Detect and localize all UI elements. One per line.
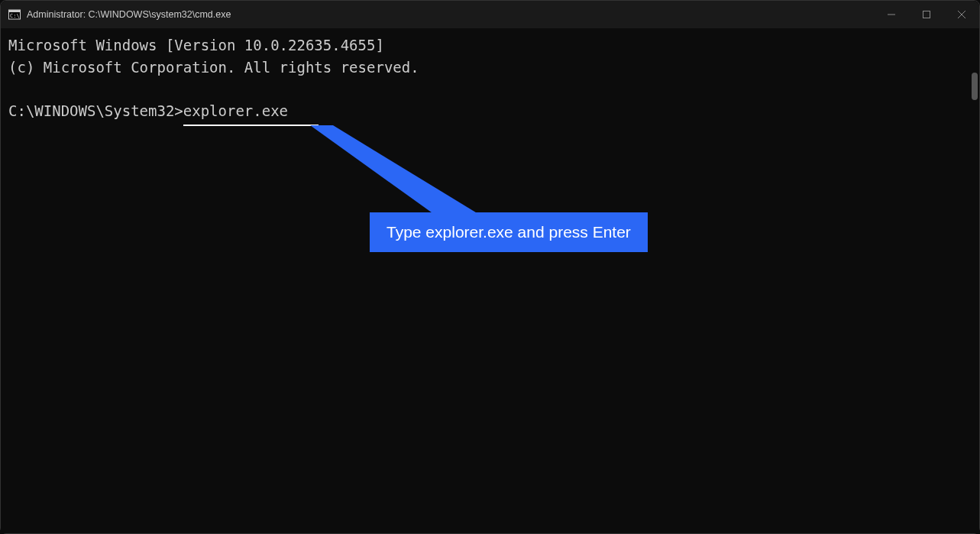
svg-text:C:\: C:\ (10, 13, 20, 19)
cmd-icon: C:\ (8, 8, 21, 21)
prompt-text: C:\WINDOWS\System32> (8, 102, 183, 119)
minimize-button[interactable] (874, 1, 909, 28)
window-title: Administrator: C:\WINDOWS\system32\cmd.e… (27, 9, 874, 20)
svg-rect-1 (9, 10, 21, 12)
close-button[interactable] (944, 1, 979, 28)
version-line: Microsoft Windows [Version 10.0.22635.46… (8, 37, 384, 53)
svg-rect-4 (923, 11, 930, 18)
titlebar[interactable]: C:\ Administrator: C:\WINDOWS\system32\c… (1, 1, 979, 28)
terminal-content: Microsoft Windows [Version 10.0.22635.46… (8, 34, 972, 121)
maximize-button[interactable] (909, 1, 944, 28)
scrollbar-thumb[interactable] (972, 73, 978, 100)
command-input[interactable]: explorer.exe (183, 100, 288, 122)
window-controls (874, 1, 979, 28)
terminal-area[interactable]: Microsoft Windows [Version 10.0.22635.46… (1, 28, 979, 533)
copyright-line: (c) Microsoft Corporation. All rights re… (8, 59, 419, 76)
command-prompt-window: C:\ Administrator: C:\WINDOWS\system32\c… (0, 0, 980, 534)
